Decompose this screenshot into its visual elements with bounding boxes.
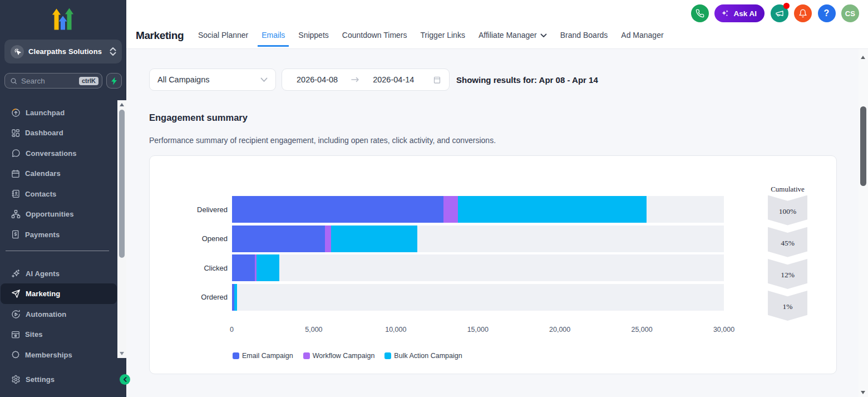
- bar-segment[interactable]: [234, 284, 237, 311]
- section-description: Performance summary of recipient engagem…: [149, 136, 496, 145]
- gohighlevel-logo: [52, 6, 74, 30]
- scroll-down-icon[interactable]: [120, 352, 124, 355]
- user-avatar[interactable]: CS: [841, 4, 859, 22]
- chevron-left-icon: [123, 377, 127, 382]
- page-scrollbar[interactable]: [859, 49, 868, 397]
- section-title: Engagement summary: [149, 112, 248, 123]
- bar-segment[interactable]: [458, 196, 647, 223]
- notification-dot: [783, 3, 790, 9]
- search-placeholder: Search: [21, 77, 79, 85]
- bar-category-label: Opened: [150, 226, 228, 252]
- launchpad-icon: [11, 108, 21, 117]
- calendar-icon: [433, 76, 441, 84]
- sidebar-collapse-button[interactable]: [120, 374, 130, 385]
- tab-affiliate-manager[interactable]: Affiliate Manager: [475, 31, 551, 47]
- sidebar-item-sites[interactable]: Sites: [1, 324, 117, 345]
- bar-segment[interactable]: [325, 226, 331, 252]
- sidebar-divider: [6, 251, 109, 251]
- bar-segment[interactable]: [232, 226, 325, 252]
- scroll-up-icon[interactable]: [861, 56, 865, 59]
- help-button[interactable]: ?: [818, 4, 836, 22]
- sidebar-item-dashboard[interactable]: Dashboard: [1, 122, 117, 143]
- lightning-icon: [111, 77, 118, 85]
- legend-item[interactable]: Bulk Action Campaign: [384, 352, 462, 360]
- legend-swatch: [303, 352, 310, 359]
- legend-label: Email Campaign: [242, 352, 293, 360]
- scroll-down-icon[interactable]: [861, 391, 865, 394]
- top-header: Marketing Social Planner Emails Snippets…: [126, 0, 868, 49]
- chevron-down-icon: [260, 77, 268, 82]
- quick-actions-button[interactable]: [106, 73, 122, 89]
- bar-segment[interactable]: [232, 196, 443, 223]
- legend-item[interactable]: Workflow Campaign: [303, 352, 375, 360]
- bar-category-label: Delivered: [150, 196, 228, 223]
- sidebar-item-launchpad[interactable]: Launchpad: [1, 102, 117, 123]
- search-input[interactable]: Search ctrlK: [4, 73, 102, 89]
- tab-brand-boards[interactable]: Brand Boards: [556, 31, 612, 47]
- sidebar-item-calendars[interactable]: Calendars: [1, 163, 117, 184]
- tab-trigger-links[interactable]: Trigger Links: [417, 31, 469, 47]
- campaign-filter-select[interactable]: All Campaigns: [149, 68, 276, 91]
- legend-item[interactable]: Email Campaign: [233, 352, 293, 360]
- settings-icon: [11, 375, 21, 384]
- announcements-button[interactable]: [771, 4, 788, 22]
- sidebar-item-ai-agents[interactable]: AI Agents: [1, 263, 117, 284]
- sidebar-scrollbar-thumb[interactable]: [119, 110, 125, 258]
- agency-switcher[interactable]: Clearpaths Solutions: [4, 40, 122, 63]
- tab-social-planner[interactable]: Social Planner: [194, 31, 252, 47]
- sidebar-item-opportunities[interactable]: Opportunities: [1, 204, 117, 224]
- sidebar-item-settings[interactable]: Settings: [1, 369, 117, 390]
- scroll-up-icon[interactable]: [120, 103, 124, 106]
- agency-name: Clearpaths Solutions: [28, 47, 110, 56]
- bar-segment[interactable]: [257, 254, 279, 281]
- tab-ad-manager[interactable]: Ad Manager: [617, 31, 667, 47]
- bar-segment[interactable]: [232, 254, 255, 281]
- agency-cursor-icon: [11, 45, 24, 58]
- x-axis-tick-label: 10,000: [368, 326, 423, 334]
- bar-segment[interactable]: [331, 226, 417, 252]
- bar-segment[interactable]: [443, 196, 458, 223]
- sidebar-scrollbar[interactable]: [117, 100, 126, 358]
- chart-legend: Email CampaignWorkflow CampaignBulk Acti…: [233, 352, 462, 360]
- tab-emails[interactable]: Emails: [258, 31, 289, 47]
- ask-ai-button[interactable]: Ask AI: [714, 4, 765, 22]
- question-mark-icon: ?: [824, 8, 830, 18]
- sidebar-item-marketing[interactable]: Marketing: [1, 283, 117, 304]
- sidebar: Clearpaths Solutions Search ctrlK Launch…: [0, 0, 126, 397]
- contacts-icon: [11, 189, 20, 198]
- x-axis-tick-label: 15,000: [450, 326, 506, 334]
- sites-icon: [11, 330, 20, 339]
- main-area: Marketing Social Planner Emails Snippets…: [126, 0, 868, 397]
- marketing-icon: [11, 289, 21, 298]
- page-scrollbar-thumb[interactable]: [860, 106, 866, 186]
- phone-button[interactable]: [691, 4, 709, 22]
- date-range-picker[interactable]: 2026-04-08 2026-04-14: [282, 68, 450, 91]
- opportunities-icon: [11, 209, 21, 219]
- cumulative-column-title: Cumulative: [768, 185, 807, 194]
- notifications-button[interactable]: [794, 4, 812, 22]
- avatar-initials: CS: [845, 9, 856, 18]
- page-title: Marketing: [136, 30, 184, 42]
- sidebar-item-automation[interactable]: Automation: [1, 304, 117, 325]
- tab-countdown-timers[interactable]: Countdown Timers: [338, 31, 411, 47]
- cumulative-badge: 100%: [768, 195, 807, 226]
- chevron-up-down-icon: [110, 47, 116, 56]
- sidebar-item-memberships[interactable]: Memberships: [1, 345, 117, 365]
- ask-ai-label: Ask AI: [733, 9, 757, 18]
- sidebar-item-payments[interactable]: Payments: [1, 224, 117, 245]
- dashboard-icon: [11, 129, 20, 138]
- legend-swatch: [384, 352, 391, 359]
- calendars-icon: [11, 169, 20, 178]
- bar-track-delivered: [232, 196, 724, 223]
- sidebar-item-conversations[interactable]: Conversations: [1, 143, 117, 164]
- bell-icon: [798, 9, 807, 18]
- bar-track-clicked: [232, 254, 724, 281]
- automation-icon: [11, 310, 21, 319]
- sidebar-item-contacts[interactable]: Contacts: [1, 184, 117, 204]
- tab-snippets[interactable]: Snippets: [294, 31, 332, 47]
- phone-icon: [696, 9, 704, 18]
- ai-agents-icon: [11, 269, 21, 278]
- cumulative-badge: 45%: [768, 227, 807, 257]
- legend-swatch: [233, 352, 239, 359]
- app-window: Clearpaths Solutions Search ctrlK Launch…: [0, 0, 868, 397]
